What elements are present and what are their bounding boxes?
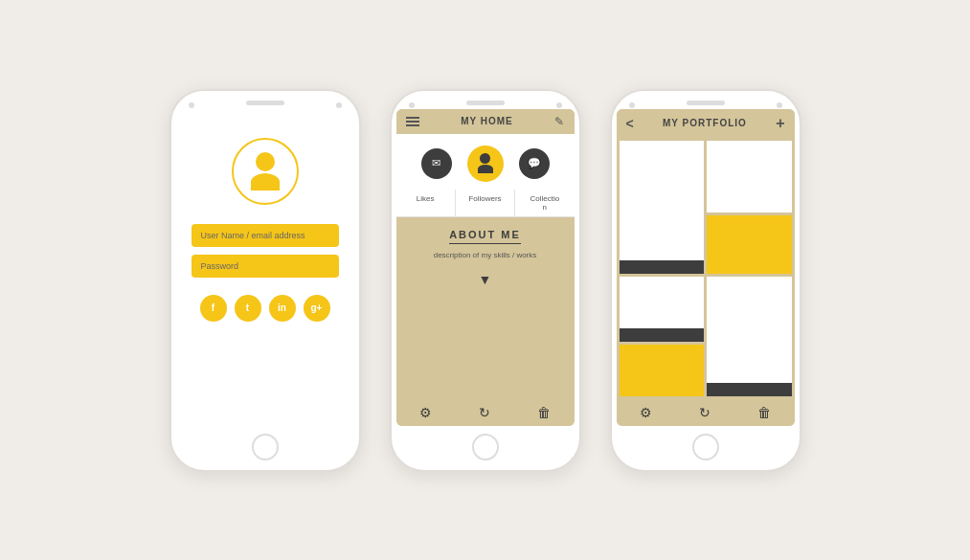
login-screen: f t in g+: [176, 109, 354, 426]
phone-speaker: [246, 101, 284, 105]
username-input[interactable]: [192, 224, 339, 247]
phone-dot-2: [409, 102, 415, 108]
hamburger-line: [406, 121, 419, 123]
phone-top-bar-3: [612, 91, 800, 109]
phone-speaker-2: [466, 101, 505, 105]
linkedin-button[interactable]: in: [269, 295, 296, 322]
avatar-head: [256, 152, 275, 171]
back-button[interactable]: <: [626, 116, 634, 131]
app-header: MY HOME ✎: [396, 109, 575, 134]
phone-camera-2: [556, 102, 562, 108]
refresh-icon[interactable]: ↻: [479, 405, 490, 420]
portfolio-trash-icon[interactable]: 🗑: [757, 405, 771, 420]
grid-label-3: [620, 328, 705, 342]
mail-button[interactable]: ✉: [421, 148, 452, 179]
grid-item-yellow-1: [707, 215, 792, 274]
portfolio-settings-icon[interactable]: ⚙: [640, 405, 652, 420]
portfolio-title: MY PORTFOLIO: [663, 118, 747, 128]
grid-label-4: [707, 383, 792, 396]
grid-item-2: [707, 141, 792, 213]
grid-item-yellow-2: [620, 345, 705, 396]
phone-camera: [336, 102, 342, 108]
home-screen: MY HOME ✎ ✉ 💬 Likes Followers: [396, 109, 575, 426]
home-button-1[interactable]: [252, 434, 279, 460]
phone-dot-3: [629, 102, 635, 108]
about-section: ABOUT ME description of my skills / work…: [396, 217, 575, 399]
twitter-button[interactable]: t: [235, 295, 261, 322]
profile-center-button[interactable]: [467, 146, 504, 182]
avatar-body: [251, 173, 280, 190]
password-input[interactable]: [192, 255, 339, 278]
grid-item-1: [620, 141, 705, 275]
portfolio-refresh-icon[interactable]: ↻: [699, 405, 711, 420]
profile-body: [478, 165, 493, 173]
settings-icon[interactable]: ⚙: [419, 405, 432, 420]
hamburger-icon[interactable]: [406, 117, 419, 126]
avatar-person: [251, 152, 280, 190]
phones-container: f t in g+ MY HOME ✎: [150, 70, 821, 491]
phone-speaker-3: [687, 101, 725, 105]
facebook-button[interactable]: f: [200, 295, 227, 322]
social-icons-row: f t in g+: [200, 295, 330, 322]
portfolio-grid: [617, 138, 795, 399]
hamburger-line: [406, 124, 419, 126]
about-desc: description of my skills / works: [434, 250, 537, 260]
phone-top-bar-2: [392, 91, 579, 109]
home-title: MY HOME: [461, 116, 513, 126]
portfolio-header: < MY PORTFOLIO +: [617, 109, 795, 138]
phone-bottom-bar-1: [171, 426, 359, 470]
profile-section: ✉ 💬: [396, 134, 575, 190]
phone-bottom-bar-2: [392, 426, 579, 470]
avatar-circle: [232, 138, 299, 205]
phone-home: MY HOME ✎ ✉ 💬 Likes Followers: [390, 89, 581, 472]
phone-portfolio: < MY PORTFOLIO +: [610, 89, 801, 472]
trash-icon[interactable]: 🗑: [537, 405, 551, 420]
profile-icons-row: ✉ 💬: [421, 146, 550, 182]
phone-bottom-bar-3: [612, 426, 800, 470]
message-button[interactable]: 💬: [519, 148, 550, 179]
home-button-2[interactable]: [472, 434, 499, 460]
phone-login: f t in g+: [169, 89, 361, 472]
grid-item-4: [707, 277, 792, 396]
hamburger-line: [406, 117, 419, 119]
google-button[interactable]: g+: [304, 295, 330, 322]
tab-likes[interactable]: Likes: [396, 190, 456, 216]
tab-collection[interactable]: Collection: [515, 190, 574, 216]
phone-top-bar: [171, 91, 359, 109]
portfolio-bottom-toolbar: ⚙ ↻ 🗑: [617, 399, 795, 426]
home-bottom-toolbar: ⚙ ↻ 🗑: [396, 399, 575, 426]
about-title: ABOUT ME: [449, 229, 521, 244]
profile-head: [480, 153, 490, 164]
profile-center-inner: [478, 153, 493, 173]
phone-camera-3: [777, 102, 782, 108]
add-button[interactable]: +: [776, 115, 784, 132]
phone-dot: [189, 102, 194, 108]
tabs-row: Likes Followers Collection: [396, 190, 575, 217]
down-arrow-icon: ▼: [479, 272, 492, 287]
portfolio-screen: < MY PORTFOLIO +: [617, 109, 795, 426]
edit-icon[interactable]: ✎: [554, 115, 564, 128]
grid-label-1: [620, 260, 705, 274]
home-button-3[interactable]: [692, 434, 719, 460]
tab-followers[interactable]: Followers: [456, 190, 515, 216]
grid-item-3: [620, 277, 705, 342]
